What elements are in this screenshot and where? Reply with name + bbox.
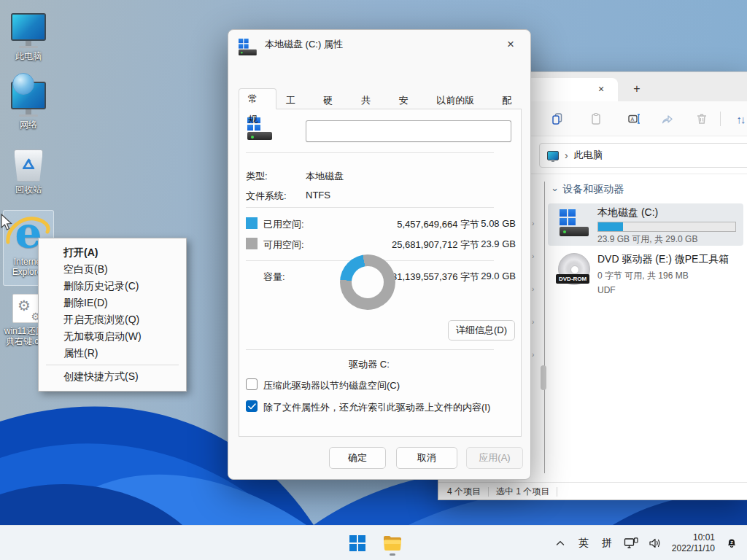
language-indicator[interactable]: 英 xyxy=(574,529,593,558)
item-count: 4 个项目 xyxy=(447,486,481,498)
new-tab-button[interactable]: + xyxy=(628,81,646,98)
desktop-icon-this-pc[interactable]: 此电脑 xyxy=(0,13,57,61)
tree-expand-icon[interactable]: › xyxy=(532,318,534,326)
dvd-filesystem: UDF xyxy=(597,285,729,295)
tab-previous-versions[interactable]: 以前的版本 xyxy=(427,90,492,109)
delete-button[interactable] xyxy=(689,106,715,132)
ime-mode-indicator[interactable]: 拼 xyxy=(597,529,616,558)
menu-item-inprivate[interactable]: 开启无痕浏览(Q) xyxy=(39,311,186,328)
tab-quota[interactable]: 配额 xyxy=(492,90,530,109)
paste-button[interactable] xyxy=(583,106,609,132)
mouse-cursor xyxy=(0,214,13,233)
collapse-chevron-icon[interactable]: › xyxy=(550,188,561,191)
address-bar[interactable]: › 此电脑 xyxy=(539,143,747,168)
menu-item-properties[interactable]: 属性(R) xyxy=(39,345,186,362)
clock[interactable]: 10:01 2022/11/10 xyxy=(669,532,718,554)
chevron-up-icon xyxy=(556,540,565,546)
taskbar-explorer-button[interactable] xyxy=(378,529,407,558)
ethernet-icon xyxy=(624,537,638,549)
index-checkbox[interactable] xyxy=(246,400,258,412)
breadcrumb-chevron-icon: › xyxy=(565,149,568,161)
volume-button[interactable] xyxy=(646,529,665,558)
sort-icon: ↑↓ xyxy=(737,113,745,125)
desktop-icon-recycle-bin[interactable]: 回收站 xyxy=(0,149,57,195)
menu-separator xyxy=(46,365,179,365)
volume-label-input[interactable] xyxy=(306,120,511,142)
rename-button[interactable]: A xyxy=(621,106,647,132)
desktop-icon-label: 网络 xyxy=(0,120,57,130)
status-divider xyxy=(557,487,557,497)
nav-scrollbar-thumb[interactable] xyxy=(541,365,546,390)
tab-sharing[interactable]: 共享 xyxy=(352,90,390,109)
paste-icon xyxy=(589,112,603,126)
capacity-bar xyxy=(597,222,736,232)
used-space-swatch xyxy=(246,217,258,229)
share-button[interactable] xyxy=(654,106,680,132)
nav-scrollbar[interactable] xyxy=(544,182,545,473)
details-button[interactable]: 详细信息(D) xyxy=(448,320,515,341)
breadcrumb[interactable]: 此电脑 xyxy=(574,149,603,162)
network-button[interactable] xyxy=(621,529,641,558)
tree-expand-icon[interactable]: › xyxy=(532,351,534,359)
toolbar-divider xyxy=(720,112,721,126)
ok-button[interactable]: 确定 xyxy=(329,447,386,469)
svg-text:Z: Z xyxy=(730,540,733,545)
capacity-size: 29.0 GB xyxy=(472,271,516,281)
menu-item-create-shortcut[interactable]: 创建快捷方式(S) xyxy=(39,368,186,385)
status-bar: 4 个项目 选中 1 个项目 xyxy=(438,482,747,500)
tray-chevron-button[interactable] xyxy=(551,529,570,558)
dvd-drive-item[interactable]: DVD-ROM DVD 驱动器 (E:) 微PE工具箱 0 字节 可用, 共 1… xyxy=(548,252,743,297)
tab-hardware[interactable]: 硬件 xyxy=(314,90,352,109)
menu-item-delete-history[interactable]: 删除历史记录(C) xyxy=(39,278,186,295)
menu-item-delete-ie[interactable]: 删除IE(D) xyxy=(39,295,186,311)
group-header[interactable]: › 设备和驱动器 xyxy=(554,183,624,196)
type-value: 本地磁盘 xyxy=(306,170,344,183)
dialog-titlebar[interactable]: 本地磁盘 (C:) 属性 × xyxy=(228,30,530,59)
tree-expand-icon[interactable]: › xyxy=(532,219,534,228)
windows-logo-icon xyxy=(349,535,365,551)
copy-button[interactable] xyxy=(544,106,570,132)
dialog-title: 本地磁盘 (C:) 属性 xyxy=(265,38,500,51)
separator xyxy=(246,349,494,350)
tree-expand-icon[interactable]: › xyxy=(532,285,534,293)
drive-caption: 驱动器 C: xyxy=(341,358,397,371)
index-checkbox-label[interactable]: 除了文件属性外，还允许索引此驱动器上文件的内容(I) xyxy=(263,401,490,414)
tab-security[interactable]: 安全 xyxy=(390,90,427,109)
filesystem-label: 文件系统: xyxy=(246,190,287,203)
tree-expand-icon[interactable]: › xyxy=(532,252,534,260)
start-button[interactable] xyxy=(343,529,372,558)
dialog-tabs: 常规 工具 硬件 共享 安全 以前的版本 配额 xyxy=(239,88,530,109)
dialog-drive-icon xyxy=(239,39,250,50)
this-pc-icon xyxy=(0,13,57,48)
tab-close-icon[interactable]: × xyxy=(595,83,608,96)
cancel-button[interactable]: 取消 xyxy=(396,447,457,469)
desktop-icon-network[interactable]: 网络 xyxy=(0,82,57,130)
network-icon xyxy=(11,82,46,117)
taskbar: 英 拼 10:01 2022/11/10 xyxy=(0,525,747,560)
properties-dialog: 本地磁盘 (C:) 属性 × 常规 工具 硬件 共享 安全 以前的版本 配额 类… xyxy=(228,29,531,480)
apply-button[interactable]: 应用(A) xyxy=(466,447,523,469)
desktop-icon-label: 回收站 xyxy=(0,184,57,195)
menu-item-no-addons[interactable]: 无加载项启动(W) xyxy=(39,328,186,345)
compress-checkbox[interactable] xyxy=(246,378,258,390)
compress-checkbox-label[interactable]: 压缩此驱动器以节约磁盘空间(C) xyxy=(263,379,400,392)
sort-button[interactable]: ↑↓ xyxy=(727,106,747,132)
drive-info: 23.9 GB 可用, 共 29.0 GB xyxy=(597,233,736,246)
date: 2022/11/10 xyxy=(672,543,715,554)
selected-count: 选中 1 个项目 xyxy=(496,486,549,498)
menu-item-blank-page[interactable]: 空白页(B) xyxy=(39,261,186,278)
status-divider xyxy=(488,487,489,497)
dvd-info: 0 字节 可用, 共 196 MB xyxy=(597,270,729,282)
separator xyxy=(246,207,494,208)
used-space-size: 5.08 GB xyxy=(472,218,516,229)
filesystem-value: NTFS xyxy=(306,190,330,201)
tab-general[interactable]: 常规 xyxy=(239,88,276,109)
drive-c-item[interactable]: 本地磁盘 (C:) 23.9 GB 可用, 共 29.0 GB xyxy=(548,203,743,246)
dialog-close-icon[interactable]: × xyxy=(500,35,522,54)
free-space-label: 可用空间: xyxy=(263,238,304,252)
notification-button[interactable]: Z xyxy=(722,529,741,558)
menu-item-open[interactable]: 打开(A) xyxy=(39,244,186,261)
this-pc-mini-icon xyxy=(547,151,559,160)
free-space-size: 23.9 GB xyxy=(472,238,516,249)
tab-tools[interactable]: 工具 xyxy=(276,90,314,109)
